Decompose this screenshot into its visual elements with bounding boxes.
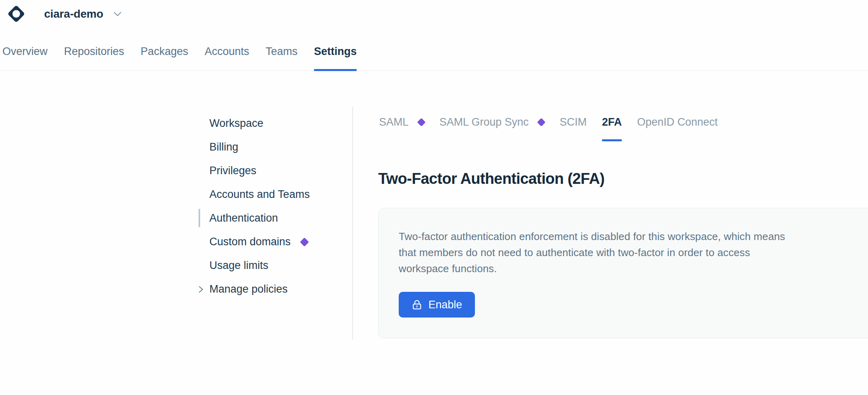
nav-item-overview[interactable]: Overview xyxy=(2,42,48,69)
premium-diamond-icon xyxy=(300,237,309,246)
nav-item-accounts[interactable]: Accounts xyxy=(205,42,249,69)
chevron-down-icon xyxy=(114,11,122,17)
chevron-right-icon xyxy=(199,286,203,293)
sidebar-item-authentication[interactable]: Authentication xyxy=(199,206,352,230)
diamond-logo-circle xyxy=(12,10,20,18)
sidebar-item-label: Manage policies xyxy=(209,283,288,295)
page-title: Two-Factor Authentication (2FA) xyxy=(378,170,604,187)
sidebar-item-billing[interactable]: Billing xyxy=(199,135,352,159)
workspace-logo[interactable] xyxy=(7,5,25,22)
sidebar-item-label: Billing xyxy=(209,141,238,153)
sidebar-item-manage-policies[interactable]: Manage policies xyxy=(199,277,352,301)
tab-label: 2FA xyxy=(602,116,622,128)
nav-item-settings[interactable]: Settings xyxy=(314,42,357,71)
sidebar-item-label: Privileges xyxy=(209,165,256,177)
sidebar-divider xyxy=(352,106,353,340)
premium-diamond-icon xyxy=(537,118,546,126)
tab-label: OpenID Connect xyxy=(637,116,718,128)
enable-2fa-button[interactable]: Enable xyxy=(399,292,475,318)
sidebar-item-workspace[interactable]: Workspace xyxy=(199,112,352,135)
tab-label: SAML xyxy=(379,116,409,128)
tab-scim[interactable]: SCIM xyxy=(560,116,587,139)
workspace-switcher[interactable]: ciara-demo xyxy=(44,6,122,22)
premium-diamond-icon xyxy=(417,118,425,126)
tab-label: SCIM xyxy=(560,116,587,128)
tab-2fa[interactable]: 2FA xyxy=(602,116,622,141)
workspace-name: ciara-demo xyxy=(44,8,103,20)
main-content: SAML SAML Group Sync SCIM 2FA OpenID Con… xyxy=(378,0,868,395)
sidebar-item-label: Usage limits xyxy=(209,259,268,272)
two-factor-status-card: Two-factor authentication enforcement is… xyxy=(378,208,868,338)
tab-label: SAML Group Sync xyxy=(440,116,529,128)
sidebar-item-label: Workspace xyxy=(209,117,264,130)
sidebar-item-label: Accounts and Teams xyxy=(209,188,310,201)
sidebar-item-label: Authentication xyxy=(209,212,278,224)
enable-button-label: Enable xyxy=(428,299,462,311)
sidebar-item-custom-domains[interactable]: Custom domains xyxy=(199,230,352,254)
active-indicator-bar xyxy=(199,209,200,227)
nav-item-teams[interactable]: Teams xyxy=(266,42,298,69)
tab-saml-group-sync[interactable]: SAML Group Sync xyxy=(440,116,545,139)
sidebar-item-label: Custom domains xyxy=(209,236,291,248)
sidebar-item-usage-limits[interactable]: Usage limits xyxy=(199,254,352,277)
tab-openid-connect[interactable]: OpenID Connect xyxy=(637,116,718,139)
nav-item-repositories[interactable]: Repositories xyxy=(64,42,124,69)
lock-icon xyxy=(412,299,422,310)
auth-tabs: SAML SAML Group Sync SCIM 2FA OpenID Con… xyxy=(379,116,718,141)
sidebar-item-privileges[interactable]: Privileges xyxy=(199,159,352,183)
two-factor-status-description: Two-factor authentication enforcement is… xyxy=(399,228,800,277)
sidebar-item-accounts-and-teams[interactable]: Accounts and Teams xyxy=(199,183,352,206)
settings-sidebar: Workspace Billing Privileges Accounts an… xyxy=(199,112,352,301)
tab-saml[interactable]: SAML xyxy=(379,116,424,139)
nav-item-packages[interactable]: Packages xyxy=(141,42,189,69)
